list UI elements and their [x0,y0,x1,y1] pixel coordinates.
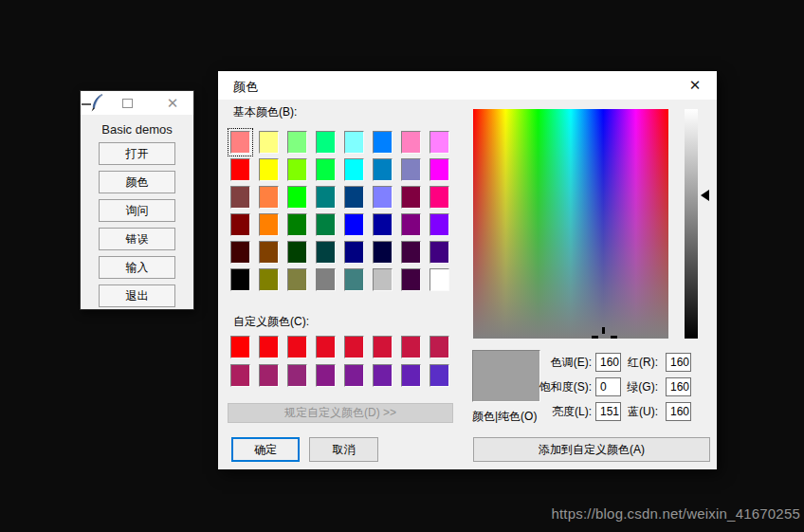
color-swatch[interactable] [401,131,421,154]
color-swatch[interactable] [230,158,250,181]
error-button[interactable]: 错误 [99,228,175,250]
basic-colors-label: 基本颜色(B): [233,104,297,120]
color-swatch[interactable] [401,364,421,387]
blue-input[interactable] [666,402,691,421]
color-swatch[interactable] [373,158,393,181]
saturation-label: 饱和度(S): [473,377,595,396]
demo-window: ✕ Basic demos 打开 颜色 询问 错误 输入 退出 [80,90,194,310]
color-swatch[interactable] [316,268,336,291]
color-swatch[interactable] [259,158,279,181]
color-swatch[interactable] [429,336,449,358]
color-swatch[interactable] [344,158,364,181]
hue-saturation-field[interactable] [473,109,668,339]
color-swatch[interactable] [373,213,393,236]
color-swatch[interactable] [230,364,250,387]
color-swatch[interactable] [373,186,393,209]
dialog-close-button[interactable]: ✕ [677,71,713,100]
color-dialog: 颜色 ✕ 基本颜色(B): 自定义颜色(C): 规定自定义颜色(D) >> 确定… [218,71,717,469]
hue-input[interactable] [595,353,621,372]
saturation-input[interactable] [595,377,621,396]
color-swatch[interactable] [401,241,421,264]
color-crosshair-icon [602,327,605,334]
color-swatch[interactable] [344,186,364,209]
color-swatch[interactable] [287,364,307,387]
color-swatch[interactable] [230,268,250,291]
color-swatch[interactable] [373,131,393,154]
color-swatch[interactable] [401,268,421,291]
luminance-slider[interactable] [685,109,698,339]
input-button[interactable]: 输入 [99,256,175,279]
color-swatch[interactable] [230,186,250,209]
color-swatch[interactable] [429,213,449,236]
close-button[interactable]: ✕ [162,93,183,113]
color-swatch[interactable] [344,364,364,387]
color-swatch[interactable] [344,131,364,154]
red-input[interactable] [666,353,691,372]
color-swatch[interactable] [316,336,336,358]
color-swatch[interactable] [401,213,421,236]
color-swatch[interactable] [287,213,307,236]
watermark-text: https://blog.csdn.net/weixin_41670255 [551,505,800,522]
red-label: 红(R): [621,353,666,372]
color-swatch[interactable] [259,336,279,358]
color-swatch[interactable] [429,158,449,181]
luminance-arrow-icon[interactable] [701,190,709,201]
color-swatch[interactable] [230,336,250,358]
color-swatch[interactable] [401,186,421,209]
color-swatch[interactable] [230,241,250,264]
color-swatch[interactable] [373,241,393,264]
cancel-button[interactable]: 取消 [309,437,378,462]
color-swatch[interactable] [259,364,279,387]
custom-colors-label: 自定义颜色(C): [233,314,309,330]
color-swatch[interactable] [373,268,393,291]
demo-title-label: Basic demos [81,122,193,138]
luminance-input[interactable] [595,402,621,421]
color-swatch[interactable] [429,268,449,291]
color-swatch[interactable] [316,241,336,264]
tk-feather-icon [90,94,103,112]
color-swatch[interactable] [259,241,279,264]
color-swatch[interactable] [344,241,364,264]
color-swatch[interactable] [259,186,279,209]
open-button[interactable]: 打开 [99,142,175,165]
color-swatch[interactable] [316,186,336,209]
color-swatch[interactable] [429,131,449,154]
color-dialog-titlebar[interactable]: 颜色 ✕ [218,71,717,100]
color-swatch[interactable] [230,131,250,154]
demo-window-titlebar[interactable]: ✕ [81,91,193,115]
color-swatch[interactable] [373,364,393,387]
add-to-custom-colors-button[interactable]: 添加到自定义颜色(A) [473,437,710,462]
color-swatch[interactable] [429,186,449,209]
color-swatch[interactable] [230,213,250,236]
color-swatch[interactable] [287,131,307,154]
color-swatch[interactable] [344,213,364,236]
color-button[interactable]: 颜色 [99,171,175,193]
ask-button[interactable]: 询问 [99,199,175,222]
color-swatch[interactable] [287,241,307,264]
color-swatch[interactable] [344,268,364,291]
custom-colors-grid [230,336,449,387]
color-swatch[interactable] [429,364,449,387]
color-swatch[interactable] [429,241,449,264]
color-swatch[interactable] [316,131,336,154]
color-swatch[interactable] [373,336,393,358]
color-swatch[interactable] [316,213,336,236]
maximize-button[interactable] [122,99,133,108]
color-swatch[interactable] [401,336,421,358]
color-swatch[interactable] [287,158,307,181]
quit-button[interactable]: 退出 [99,284,175,307]
color-swatch[interactable] [401,158,421,181]
color-swatch[interactable] [259,131,279,154]
green-input[interactable] [666,377,691,396]
ok-button[interactable]: 确定 [231,437,300,462]
color-swatch[interactable] [316,364,336,387]
color-swatch[interactable] [344,336,364,358]
demo-window-body: Basic demos 打开 颜色 询问 错误 输入 退出 [81,122,193,307]
color-swatch[interactable] [259,268,279,291]
green-label: 绿(G): [621,377,666,396]
color-swatch[interactable] [287,336,307,358]
color-swatch[interactable] [287,186,307,209]
color-swatch[interactable] [316,158,336,181]
color-swatch[interactable] [287,268,307,291]
color-swatch[interactable] [259,213,279,236]
